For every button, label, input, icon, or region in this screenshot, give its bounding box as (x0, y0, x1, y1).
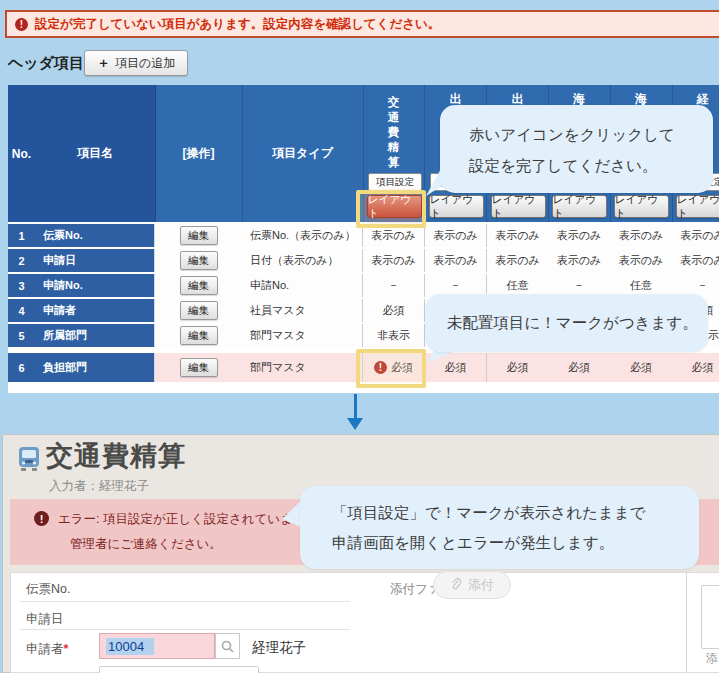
edit-button[interactable]: 編集 (180, 358, 218, 377)
next-field-input-fragment[interactable] (99, 666, 259, 673)
item-name: 申請者 (35, 299, 155, 322)
item-name: 申請No. (35, 274, 155, 297)
form-vertical-divider (686, 573, 687, 673)
item-type: 部門マスタ (242, 324, 363, 347)
required-mark: * (64, 642, 69, 656)
status-cell: － (363, 274, 425, 297)
operation-cell: 編集 (155, 299, 243, 322)
plus-icon: ＋ (97, 54, 110, 72)
item-name: 負担部門 (35, 353, 155, 382)
applicant-code-input[interactable]: 10004 (99, 633, 215, 659)
item-type: 社員マスタ (242, 299, 363, 322)
edit-button[interactable]: 編集 (180, 276, 218, 295)
error-line-2: 管理者にご連絡ください。 (70, 536, 222, 553)
layout-button[interactable]: レイアウト (614, 195, 669, 218)
add-item-button[interactable]: ＋ 項目の追加 (84, 50, 188, 76)
item-name: 申請日 (35, 249, 155, 272)
status-cell: 非表示 (363, 324, 425, 347)
highlight-box-layout-button (356, 190, 426, 228)
row-number: 1 (8, 224, 35, 247)
applicant-code-value: 10004 (106, 638, 154, 655)
right-panel-fragment-text: 添 (706, 650, 718, 667)
search-icon (221, 640, 234, 653)
status-cell: 必須 (548, 353, 611, 382)
item-type: 部門マスタ (242, 353, 363, 382)
train-icon (16, 444, 42, 474)
status-cell: 表示のみ (672, 224, 719, 247)
alert-message: 設定が完了していない項目があります。設定内容を確認してください。 (35, 16, 440, 33)
item-name: 所属部門 (35, 324, 155, 347)
column-header-item-name: 項目名 (35, 85, 156, 222)
operation-cell: 編集 (155, 224, 243, 247)
edit-button[interactable]: 編集 (180, 326, 218, 345)
status-cell: 必須 (363, 299, 425, 322)
right-panel-fragment-box (701, 585, 719, 649)
slip-no-label: 伝票No. (26, 581, 70, 598)
form-column-label-vertical: 交通費精算 (386, 95, 401, 170)
form-entered-by: 入力者：経理花子 (49, 478, 149, 495)
layout-button[interactable]: レイアウト (676, 195, 719, 218)
edit-button[interactable]: 編集 (180, 226, 218, 245)
status-cell: 表示のみ (425, 224, 487, 247)
alert-exclamation-icon: ! (15, 18, 28, 31)
column-header-no: No. (8, 85, 36, 222)
attach-file-button[interactable]: 添付 (433, 571, 511, 599)
callout-line: 未配置項目に！マークがつきます。 (447, 313, 698, 334)
edit-button[interactable]: 編集 (180, 251, 218, 270)
item-name: 伝票No. (35, 224, 155, 247)
status-cell: 表示のみ (487, 224, 549, 247)
callout-line: 赤いアイコンをクリックして (469, 119, 713, 150)
operation-cell: 編集 (155, 324, 243, 347)
operation-cell: 編集 (155, 353, 243, 382)
settings-incomplete-alert: ! 設定が完了していない項目があります。設定内容を確認してください。 (5, 10, 719, 38)
row-number: 2 (8, 249, 35, 272)
section-title-header-items: ヘッダ項目 (8, 54, 84, 73)
highlight-box-error-cell (356, 349, 426, 388)
status-cell: 表示のみ (672, 249, 719, 272)
status-cell: 必須 (610, 353, 673, 382)
field-divider (20, 629, 350, 630)
form-title: 交通費精算 (46, 438, 186, 474)
edit-button[interactable]: 編集 (180, 301, 218, 320)
request-date-label: 申請日 (26, 611, 64, 628)
item-type: 申請No. (242, 274, 363, 297)
flow-arrow-head (347, 418, 363, 430)
item-type: 伝票No.（表示のみ） (242, 224, 363, 247)
status-cell: 表示のみ (610, 224, 673, 247)
employee-search-button[interactable] (215, 633, 240, 659)
status-cell: 表示のみ (425, 249, 487, 272)
applicant-label-text: 申請者 (26, 642, 64, 656)
item-type: 日付（表示のみ） (242, 249, 363, 272)
status-cell: 表示のみ (487, 249, 549, 272)
status-cell: 表示のみ (548, 249, 611, 272)
error-exclamation-icon: ! (34, 511, 49, 526)
status-cell: 必須 (487, 353, 549, 382)
callout-layout-hint: 赤いアイコンをクリックして 設定を完了してください。 (440, 105, 713, 193)
status-cell: 表示のみ (363, 249, 425, 272)
paperclip-icon (450, 578, 463, 592)
flow-arrow-line (354, 394, 357, 419)
status-cell: 必須 (672, 353, 719, 382)
add-item-label: 項目の追加 (115, 55, 175, 72)
table-row: 2 申請日 編集 日付（表示のみ） 表示のみ 表示のみ 表示のみ 表示のみ 表示… (8, 249, 719, 272)
attach-button-label: 添付 (468, 576, 494, 594)
status-cell: 表示のみ (610, 249, 673, 272)
callout-line: 設定を完了してください。 (469, 150, 713, 181)
row-number: 4 (8, 299, 35, 322)
callout-line: 「項目設定」で！マークが表示されたままで (332, 498, 699, 528)
row-number: 3 (8, 274, 35, 297)
item-settings-button[interactable]: 項目設定 (368, 173, 422, 191)
column-header-item-type: 項目タイプ (242, 85, 364, 222)
row-number: 6 (8, 353, 35, 382)
status-cell: 表示のみ (548, 224, 611, 247)
callout-mark-hint: 未配置項目に！マークがつきます。 (425, 294, 708, 352)
applicant-name-text: 経理花子 (252, 639, 306, 657)
row-number: 5 (8, 324, 35, 347)
field-divider (20, 601, 350, 602)
callout-line: 申請画面を開くとエラーが発生します。 (332, 528, 699, 558)
operation-cell: 編集 (155, 274, 243, 297)
operation-cell: 編集 (155, 249, 243, 272)
applicant-label: 申請者* (26, 641, 68, 658)
layout-button[interactable]: レイアウト (491, 195, 546, 218)
layout-button[interactable]: レイアウト (552, 195, 607, 218)
